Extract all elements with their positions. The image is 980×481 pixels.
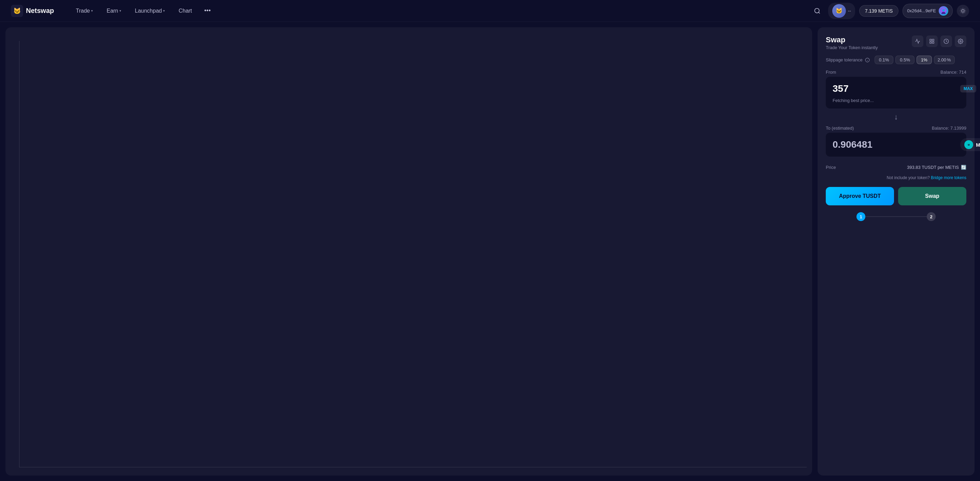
slippage-row: Slippage tolerance 0.1% 0.5% 1% 2.00 % bbox=[826, 56, 966, 64]
to-input-block: M METIS ▾ bbox=[826, 133, 966, 157]
nav-trade[interactable]: Trade ▾ bbox=[70, 5, 98, 17]
avatar: 🐱 bbox=[832, 4, 846, 18]
logo-text: Netswap bbox=[26, 7, 54, 15]
settings-icon-button[interactable] bbox=[955, 35, 966, 47]
to-field: To (estimated) Balance: 7.13999 M METIS bbox=[826, 125, 966, 157]
logo[interactable]: 🐱 Netswap bbox=[11, 5, 54, 17]
svg-point-10 bbox=[960, 41, 961, 42]
svg-point-4 bbox=[962, 10, 964, 12]
bridge-link[interactable]: Bridge more tokens bbox=[931, 175, 966, 180]
to-token-selector[interactable]: M METIS ▾ bbox=[960, 138, 980, 151]
svg-point-0 bbox=[815, 8, 819, 13]
swap-title: Swap bbox=[826, 35, 878, 44]
nav-chart[interactable]: Chart bbox=[173, 5, 197, 17]
to-label: To (estimated) bbox=[826, 125, 854, 131]
fetching-text: Fetching best price... bbox=[833, 98, 959, 103]
from-field: From Balance: 714 MAX T TUSDT ▾ Fetching… bbox=[826, 70, 966, 108]
earn-chevron-icon: ▾ bbox=[119, 9, 121, 13]
svg-text:M: M bbox=[968, 144, 970, 146]
nav-more-button[interactable]: ••• bbox=[200, 5, 215, 17]
theme-toggle-button[interactable] bbox=[957, 5, 969, 17]
step-indicators: 1 2 bbox=[826, 212, 966, 221]
step-1-dot: 1 bbox=[856, 212, 865, 221]
swap-header: Swap Trade Your Token instantly bbox=[826, 35, 966, 50]
from-amount-input[interactable] bbox=[833, 83, 956, 94]
refresh-icon[interactable]: 🔄 bbox=[961, 165, 966, 170]
svg-point-2 bbox=[942, 9, 945, 11]
slippage-label: Slippage tolerance bbox=[826, 57, 870, 62]
main-content: Swap Trade Your Token instantly bbox=[0, 22, 980, 481]
svg-rect-5 bbox=[930, 39, 932, 41]
launchpad-chevron-icon: ▾ bbox=[163, 9, 165, 13]
slippage-0.1[interactable]: 0.1% bbox=[875, 56, 894, 64]
history-icon-button[interactable] bbox=[940, 35, 952, 47]
logo-icon: 🐱 bbox=[11, 5, 23, 17]
price-row: Price 393.83 TUSDT per METIS 🔄 bbox=[826, 165, 966, 170]
slippage-0.5[interactable]: 0.5% bbox=[896, 56, 915, 64]
nav-launchpad[interactable]: Launchpad ▾ bbox=[129, 5, 170, 17]
trade-chevron-icon: ▾ bbox=[91, 9, 93, 13]
address-button[interactable]: 0x26d4...9eFE bbox=[902, 4, 953, 18]
metis-icon: M bbox=[964, 140, 973, 149]
navbar: 🐱 Netswap Trade ▾ Earn ▾ Launchpad ▾ Cha… bbox=[0, 0, 980, 22]
to-balance: Balance: 7.13999 bbox=[932, 125, 966, 131]
bridge-text-row: Not include your token? Bridge more toke… bbox=[826, 175, 966, 180]
swap-action-icons bbox=[912, 35, 966, 47]
step-line bbox=[865, 216, 927, 217]
metis-balance[interactable]: 7.139 METIS bbox=[859, 5, 899, 17]
chart-canvas bbox=[19, 41, 807, 467]
from-label: From bbox=[826, 70, 836, 75]
wallet-info[interactable]: 🐱 7.139 METIS -- bbox=[828, 3, 855, 19]
address-text: 0x26d4...9eFE bbox=[907, 8, 936, 13]
to-amount-input[interactable] bbox=[833, 139, 956, 150]
chart-panel bbox=[5, 27, 812, 476]
from-balance: Balance: 714 bbox=[940, 70, 966, 75]
from-input-block: MAX T TUSDT ▾ Fetching best price... bbox=[826, 77, 966, 108]
nav-earn[interactable]: Earn ▾ bbox=[101, 5, 127, 17]
price-label: Price bbox=[826, 165, 836, 170]
token-icon-button[interactable] bbox=[926, 35, 938, 47]
svg-rect-8 bbox=[930, 41, 932, 43]
approve-button[interactable]: Approve TUSDT bbox=[826, 187, 894, 205]
nav-items: Trade ▾ Earn ▾ Launchpad ▾ Chart ••• bbox=[70, 5, 805, 17]
step-2-dot: 2 bbox=[927, 212, 935, 221]
slippage-custom[interactable]: 2.00 % bbox=[934, 56, 955, 64]
swap-panel: Swap Trade Your Token instantly bbox=[818, 27, 975, 476]
svg-rect-6 bbox=[932, 39, 934, 41]
max-button[interactable]: MAX bbox=[960, 85, 976, 92]
search-button[interactable] bbox=[810, 4, 824, 18]
swap-direction[interactable]: ↓ bbox=[826, 113, 966, 121]
nav-right: 🐱 7.139 METIS -- 7.139 METIS 0x26d4...9e… bbox=[810, 3, 969, 19]
wallet-dash-text: -- bbox=[848, 8, 851, 13]
down-arrow-icon: ↓ bbox=[894, 113, 898, 121]
swap-subtitle: Trade Your Token instantly bbox=[826, 45, 878, 50]
price-value: 393.83 TUSDT per METIS bbox=[907, 165, 959, 170]
chart-icon-button[interactable] bbox=[912, 35, 923, 47]
slippage-1[interactable]: 1% bbox=[916, 56, 932, 64]
action-buttons: Approve TUSDT Swap bbox=[826, 187, 966, 205]
swap-button[interactable]: Swap bbox=[898, 187, 966, 205]
address-avatar bbox=[939, 6, 948, 16]
svg-rect-7 bbox=[932, 41, 934, 43]
slippage-options: 0.1% 0.5% 1% 2.00 % bbox=[875, 56, 955, 64]
